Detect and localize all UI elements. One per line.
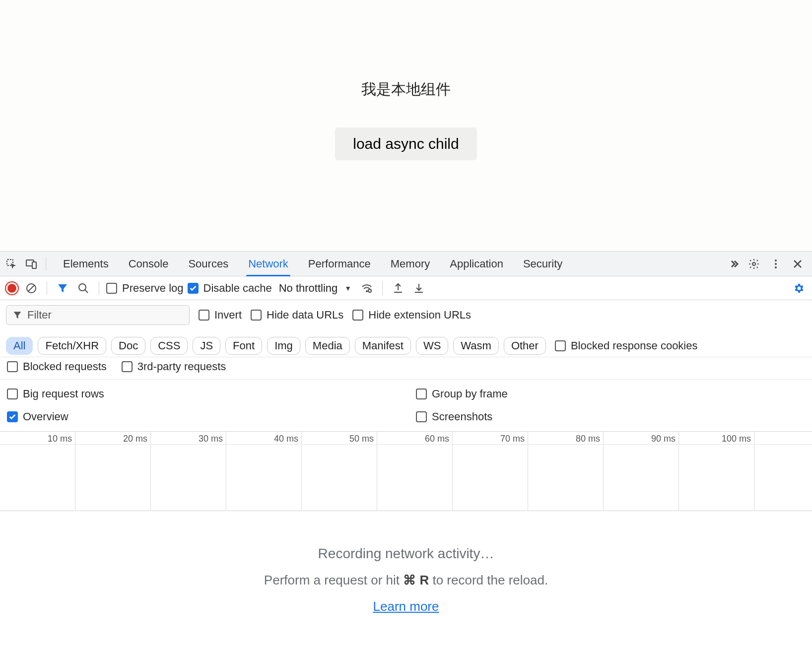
filter-toggle-icon[interactable] xyxy=(54,280,71,297)
timeline-grid xyxy=(0,445,812,511)
blocked-requests-label: Blocked requests xyxy=(23,360,107,373)
hide-data-urls-checkbox[interactable]: Hide data URLs xyxy=(251,309,343,322)
type-pill-other[interactable]: Other xyxy=(504,337,546,355)
timeline-tick: 10 ms xyxy=(0,432,75,444)
screenshots-checkbox[interactable]: Screenshots xyxy=(416,410,805,423)
more-tabs-icon[interactable] xyxy=(726,256,743,272)
svg-point-10 xyxy=(368,289,371,292)
group-by-frame-label: Group by frame xyxy=(432,388,508,400)
timeline-ticks: 10 ms20 ms30 ms40 ms50 ms60 ms70 ms80 ms… xyxy=(0,432,812,445)
tab-performance[interactable]: Performance xyxy=(306,252,373,276)
svg-point-5 xyxy=(775,263,777,265)
invert-checkbox[interactable]: Invert xyxy=(199,309,242,322)
third-party-label: 3rd-party requests xyxy=(137,360,226,373)
timeline-tick: 70 ms xyxy=(453,432,528,444)
network-settings-icon[interactable] xyxy=(790,280,807,297)
network-toolbar: Preserve log Disable cache No throttling… xyxy=(0,276,812,300)
view-options: Big request rows Group by frame Overview… xyxy=(0,380,812,432)
devtools-tabstrip: ElementsConsoleSourcesNetworkPerformance… xyxy=(0,252,812,276)
invert-label: Invert xyxy=(214,309,242,322)
type-pill-media[interactable]: Media xyxy=(305,337,350,355)
separator xyxy=(99,281,99,295)
learn-more-link[interactable]: Learn more xyxy=(373,599,439,614)
import-har-icon[interactable] xyxy=(410,280,427,297)
empty-title: Recording network activity… xyxy=(318,546,494,562)
overview-checkbox[interactable]: Overview xyxy=(7,410,396,423)
screenshots-label: Screenshots xyxy=(432,410,492,423)
type-pill-manifest[interactable]: Manifest xyxy=(355,337,411,355)
empty-hint-after: to record the reload. xyxy=(432,573,548,587)
timeline-tick: 80 ms xyxy=(528,432,604,444)
settings-icon[interactable] xyxy=(745,256,762,272)
blocked-requests-checkbox[interactable]: Blocked requests xyxy=(7,360,107,373)
inspect-element-icon[interactable] xyxy=(3,256,20,272)
type-pill-js[interactable]: JS xyxy=(193,337,220,355)
type-pill-all[interactable]: All xyxy=(6,337,33,355)
type-pill-css[interactable]: CSS xyxy=(150,337,188,355)
filter-row: Filter Invert Hide data URLs Hide extens… xyxy=(0,300,812,357)
preserve-log-checkbox[interactable]: Preserve log xyxy=(106,282,184,295)
filter-input[interactable]: Filter xyxy=(6,305,190,325)
tab-console[interactable]: Console xyxy=(127,252,171,276)
separator xyxy=(382,281,383,295)
funnel-icon xyxy=(12,310,22,320)
type-pill-font[interactable]: Font xyxy=(225,337,262,355)
timeline-tick: 40 ms xyxy=(226,432,302,444)
clear-icon[interactable] xyxy=(23,280,40,297)
disable-cache-checkbox[interactable]: Disable cache xyxy=(188,282,272,295)
timeline-overview[interactable]: 10 ms20 ms30 ms40 ms50 ms60 ms70 ms80 ms… xyxy=(0,432,812,511)
devtools-panel: ElementsConsoleSourcesNetworkPerformance… xyxy=(0,251,812,649)
timeline-tick: 100 ms xyxy=(679,432,754,444)
empty-hint: Perform a request or hit ⌘ R to record t… xyxy=(264,573,548,588)
throttling-value: No throttling xyxy=(279,282,338,295)
timeline-tick: 60 ms xyxy=(377,432,453,444)
svg-point-8 xyxy=(79,284,86,291)
type-pill-img[interactable]: Img xyxy=(267,337,300,355)
preserve-log-label: Preserve log xyxy=(122,282,184,295)
type-pill-doc[interactable]: Doc xyxy=(111,337,145,355)
tab-memory[interactable]: Memory xyxy=(389,252,432,276)
big-request-rows-checkbox[interactable]: Big request rows xyxy=(7,388,396,400)
disable-cache-label: Disable cache xyxy=(203,282,272,295)
throttling-select[interactable]: No throttling ▼ xyxy=(276,282,354,295)
blocked-cookies-checkbox[interactable]: Blocked response cookies xyxy=(555,339,698,352)
type-pill-ws[interactable]: WS xyxy=(416,337,448,355)
hide-extension-urls-label: Hide extension URLs xyxy=(368,309,471,322)
blocked-cookies-label: Blocked response cookies xyxy=(571,339,698,352)
filter-row-2: Blocked requests 3rd-party requests xyxy=(0,357,812,380)
type-pill-fetch-xhr[interactable]: Fetch/XHR xyxy=(38,337,106,355)
type-filter-pills: AllFetch/XHRDocCSSJSFontImgMediaManifest… xyxy=(6,337,546,355)
close-devtools-icon[interactable] xyxy=(789,256,806,272)
kebab-menu-icon[interactable] xyxy=(767,256,784,272)
big-request-rows-label: Big request rows xyxy=(23,388,104,400)
export-har-icon[interactable] xyxy=(390,280,406,297)
group-by-frame-checkbox[interactable]: Group by frame xyxy=(416,388,805,400)
svg-point-6 xyxy=(775,266,777,268)
page-preview: 我是本地组件 load async child xyxy=(0,0,812,251)
timeline-tick: 90 ms xyxy=(604,432,679,444)
timeline-tick: 110 xyxy=(754,432,812,444)
timeline-tick: 30 ms xyxy=(151,432,226,444)
svg-point-3 xyxy=(752,262,755,265)
chevron-down-icon: ▼ xyxy=(344,284,351,292)
timeline-tick: 20 ms xyxy=(75,432,151,444)
tab-network[interactable]: Network xyxy=(246,252,290,276)
separator xyxy=(47,281,47,295)
hide-extension-urls-checkbox[interactable]: Hide extension URLs xyxy=(352,309,471,322)
empty-hint-before: Perform a request or hit xyxy=(264,573,403,587)
empty-hint-key: ⌘ R xyxy=(403,573,429,587)
search-icon[interactable] xyxy=(75,280,92,297)
tab-application[interactable]: Application xyxy=(448,252,505,276)
separator xyxy=(46,257,46,271)
record-icon[interactable] xyxy=(5,281,19,295)
device-toolbar-icon[interactable] xyxy=(23,256,40,272)
tab-sources[interactable]: Sources xyxy=(186,252,230,276)
load-async-button[interactable]: load async child xyxy=(335,128,476,160)
type-pill-wasm[interactable]: Wasm xyxy=(453,337,499,355)
third-party-checkbox[interactable]: 3rd-party requests xyxy=(122,360,226,373)
empty-state: Recording network activity… Perform a re… xyxy=(0,511,812,649)
tab-elements[interactable]: Elements xyxy=(61,252,111,276)
svg-point-9 xyxy=(366,291,367,292)
tab-security[interactable]: Security xyxy=(521,252,564,276)
network-conditions-icon[interactable] xyxy=(358,280,375,297)
